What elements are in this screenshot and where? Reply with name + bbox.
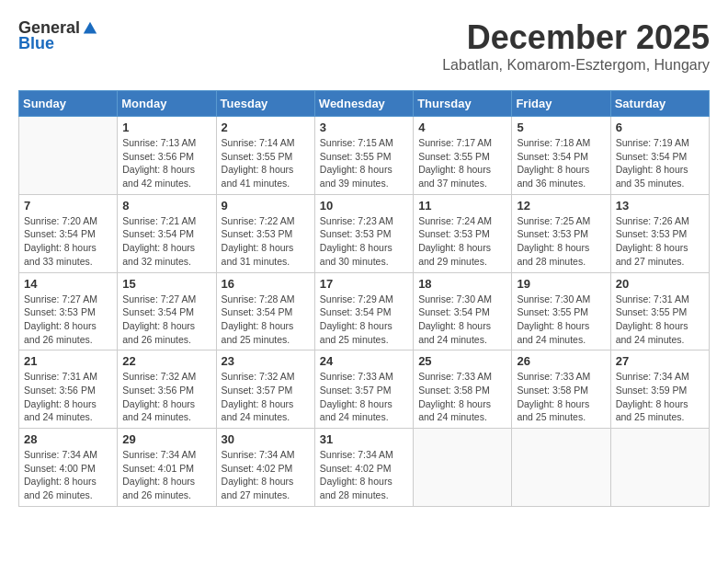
calendar-day-cell: 13Sunrise: 7:26 AMSunset: 3:53 PMDayligh…: [610, 194, 709, 272]
calendar-empty-cell: [19, 117, 118, 195]
day-number: 3: [320, 121, 408, 134]
day-number: 25: [418, 354, 506, 368]
calendar-day-cell: 20Sunrise: 7:31 AMSunset: 3:55 PMDayligh…: [610, 272, 709, 350]
calendar-day-cell: 10Sunrise: 7:23 AMSunset: 3:53 PMDayligh…: [314, 194, 413, 272]
day-info: Sunrise: 7:28 AMSunset: 3:54 PMDaylight:…: [222, 293, 310, 347]
location-subtitle: Labatlan, Komarom-Esztergom, Hungary: [442, 57, 710, 74]
weekday-header-tuesday: Tuesday: [216, 91, 314, 117]
logo-blue: Blue: [18, 34, 54, 53]
calendar-header-row: SundayMondayTuesdayWednesdayThursdayFrid…: [19, 91, 710, 117]
calendar-table: SundayMondayTuesdayWednesdayThursdayFrid…: [18, 90, 710, 507]
calendar-day-cell: 23Sunrise: 7:32 AMSunset: 3:57 PMDayligh…: [216, 350, 314, 429]
calendar-day-cell: 4Sunrise: 7:17 AMSunset: 3:55 PMDaylight…: [414, 117, 512, 195]
calendar-day-cell: 21Sunrise: 7:31 AMSunset: 3:56 PMDayligh…: [19, 350, 118, 429]
calendar-week-row: 7Sunrise: 7:20 AMSunset: 3:54 PMDaylight…: [19, 194, 710, 272]
day-info: Sunrise: 7:21 AMSunset: 3:54 PMDaylight:…: [122, 214, 210, 269]
day-number: 2: [222, 121, 310, 134]
day-number: 30: [222, 432, 310, 446]
calendar-day-cell: 19Sunrise: 7:30 AMSunset: 3:55 PMDayligh…: [512, 272, 610, 350]
day-info: Sunrise: 7:34 AMSunset: 4:01 PMDaylight:…: [122, 448, 210, 502]
day-number: 27: [616, 354, 704, 368]
day-info: Sunrise: 7:32 AMSunset: 3:56 PMDaylight:…: [122, 370, 210, 424]
day-info: Sunrise: 7:15 AMSunset: 3:55 PMDaylight:…: [320, 136, 408, 190]
day-info: Sunrise: 7:23 AMSunset: 3:53 PMDaylight:…: [320, 214, 408, 269]
calendar-day-cell: 3Sunrise: 7:15 AMSunset: 3:55 PMDaylight…: [314, 117, 413, 195]
calendar-day-cell: 6Sunrise: 7:19 AMSunset: 3:54 PMDaylight…: [610, 117, 709, 195]
day-info: Sunrise: 7:31 AMSunset: 3:55 PMDaylight:…: [616, 293, 704, 347]
calendar-week-row: 14Sunrise: 7:27 AMSunset: 3:53 PMDayligh…: [19, 272, 710, 350]
day-number: 23: [222, 354, 310, 368]
day-info: Sunrise: 7:34 AMSunset: 4:02 PMDaylight:…: [320, 448, 408, 502]
day-info: Sunrise: 7:29 AMSunset: 3:54 PMDaylight:…: [320, 293, 408, 347]
calendar-day-cell: 11Sunrise: 7:24 AMSunset: 3:53 PMDayligh…: [414, 194, 512, 272]
logo: General Blue: [18, 18, 98, 53]
title-area: December 2025 Labatlan, Komarom-Esztergo…: [442, 18, 710, 83]
calendar-day-cell: 17Sunrise: 7:29 AMSunset: 3:54 PMDayligh…: [314, 272, 413, 350]
calendar-day-cell: 30Sunrise: 7:34 AMSunset: 4:02 PMDayligh…: [216, 429, 314, 507]
calendar-week-row: 21Sunrise: 7:31 AMSunset: 3:56 PMDayligh…: [19, 350, 710, 429]
day-number: 9: [222, 199, 310, 213]
logo-icon: [82, 20, 98, 37]
day-number: 26: [517, 354, 605, 368]
day-number: 16: [222, 277, 310, 291]
calendar-day-cell: 2Sunrise: 7:14 AMSunset: 3:55 PMDaylight…: [216, 117, 314, 195]
calendar-day-cell: 28Sunrise: 7:34 AMSunset: 4:00 PMDayligh…: [19, 429, 118, 507]
calendar-day-cell: 5Sunrise: 7:18 AMSunset: 3:54 PMDaylight…: [512, 117, 610, 195]
day-info: Sunrise: 7:30 AMSunset: 3:55 PMDaylight:…: [517, 293, 605, 347]
day-info: Sunrise: 7:31 AMSunset: 3:56 PMDaylight:…: [24, 370, 112, 424]
day-number: 17: [320, 277, 408, 291]
calendar-day-cell: 7Sunrise: 7:20 AMSunset: 3:54 PMDaylight…: [19, 194, 118, 272]
day-number: 5: [517, 121, 605, 134]
calendar-week-row: 28Sunrise: 7:34 AMSunset: 4:00 PMDayligh…: [19, 429, 710, 507]
day-number: 4: [418, 121, 506, 134]
day-info: Sunrise: 7:20 AMSunset: 3:54 PMDaylight:…: [24, 214, 112, 269]
day-info: Sunrise: 7:14 AMSunset: 3:55 PMDaylight:…: [222, 136, 310, 190]
month-title: December 2025: [467, 18, 710, 57]
calendar-day-cell: 24Sunrise: 7:33 AMSunset: 3:57 PMDayligh…: [314, 350, 413, 429]
calendar-day-cell: 18Sunrise: 7:30 AMSunset: 3:54 PMDayligh…: [414, 272, 512, 350]
day-number: 28: [24, 432, 112, 446]
day-number: 8: [122, 199, 210, 213]
weekday-header-wednesday: Wednesday: [314, 91, 413, 117]
calendar-day-cell: 16Sunrise: 7:28 AMSunset: 3:54 PMDayligh…: [216, 272, 314, 350]
day-number: 29: [122, 432, 210, 446]
day-info: Sunrise: 7:18 AMSunset: 3:54 PMDaylight:…: [517, 136, 605, 190]
calendar-day-cell: 12Sunrise: 7:25 AMSunset: 3:53 PMDayligh…: [512, 194, 610, 272]
day-number: 22: [122, 354, 210, 368]
day-info: Sunrise: 7:30 AMSunset: 3:54 PMDaylight:…: [418, 293, 506, 347]
calendar-week-row: 1Sunrise: 7:13 AMSunset: 3:56 PMDaylight…: [19, 117, 710, 195]
weekday-header-monday: Monday: [118, 91, 216, 117]
calendar-day-cell: 25Sunrise: 7:33 AMSunset: 3:58 PMDayligh…: [414, 350, 512, 429]
day-info: Sunrise: 7:32 AMSunset: 3:57 PMDaylight:…: [222, 370, 310, 424]
calendar-day-cell: 9Sunrise: 7:22 AMSunset: 3:53 PMDaylight…: [216, 194, 314, 272]
day-info: Sunrise: 7:22 AMSunset: 3:53 PMDaylight:…: [222, 214, 310, 269]
day-info: Sunrise: 7:33 AMSunset: 3:58 PMDaylight:…: [418, 370, 506, 424]
weekday-header-thursday: Thursday: [414, 91, 512, 117]
weekday-header-saturday: Saturday: [610, 91, 709, 117]
day-info: Sunrise: 7:27 AMSunset: 3:54 PMDaylight:…: [122, 293, 210, 347]
day-info: Sunrise: 7:27 AMSunset: 3:53 PMDaylight:…: [24, 293, 112, 347]
page-header: General Blue December 2025 Labatlan, Kom…: [18, 18, 710, 83]
calendar-empty-cell: [512, 429, 610, 507]
calendar-day-cell: 22Sunrise: 7:32 AMSunset: 3:56 PMDayligh…: [118, 350, 216, 429]
day-number: 20: [616, 277, 704, 291]
day-info: Sunrise: 7:17 AMSunset: 3:55 PMDaylight:…: [418, 136, 506, 190]
day-info: Sunrise: 7:33 AMSunset: 3:58 PMDaylight:…: [517, 370, 605, 424]
day-number: 18: [418, 277, 506, 291]
day-number: 19: [517, 277, 605, 291]
day-number: 6: [616, 121, 704, 134]
calendar-day-cell: 8Sunrise: 7:21 AMSunset: 3:54 PMDaylight…: [118, 194, 216, 272]
day-info: Sunrise: 7:34 AMSunset: 3:59 PMDaylight:…: [616, 370, 704, 424]
day-number: 24: [320, 354, 408, 368]
calendar-day-cell: 15Sunrise: 7:27 AMSunset: 3:54 PMDayligh…: [118, 272, 216, 350]
day-info: Sunrise: 7:34 AMSunset: 4:02 PMDaylight:…: [222, 448, 310, 502]
day-number: 14: [24, 277, 112, 291]
day-info: Sunrise: 7:13 AMSunset: 3:56 PMDaylight:…: [122, 136, 210, 190]
day-number: 1: [122, 121, 210, 134]
calendar-day-cell: 29Sunrise: 7:34 AMSunset: 4:01 PMDayligh…: [118, 429, 216, 507]
day-number: 12: [517, 199, 605, 213]
day-info: Sunrise: 7:19 AMSunset: 3:54 PMDaylight:…: [616, 136, 704, 190]
day-number: 11: [418, 199, 506, 213]
day-number: 31: [320, 432, 408, 446]
calendar-day-cell: 31Sunrise: 7:34 AMSunset: 4:02 PMDayligh…: [314, 429, 413, 507]
